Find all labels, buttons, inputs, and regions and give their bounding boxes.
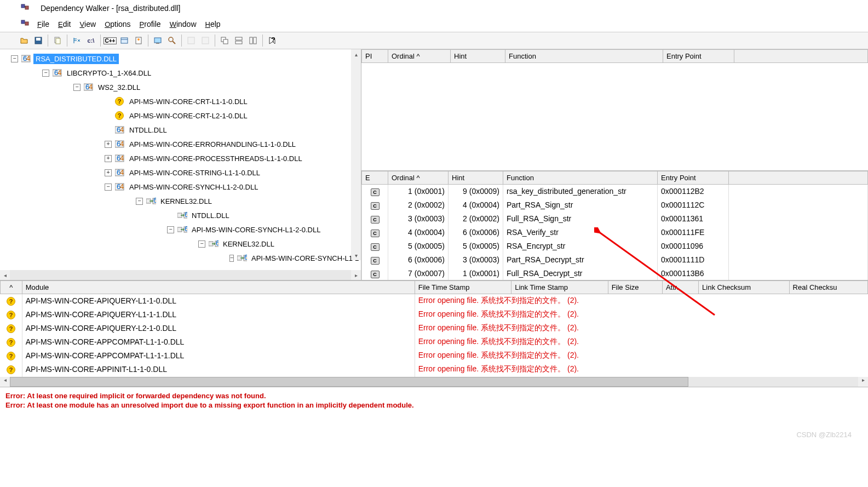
help-button[interactable]: ? xyxy=(266,34,279,47)
module-header-cell[interactable]: ^ xyxy=(1,281,22,294)
clear-log-button[interactable] xyxy=(199,34,212,47)
menu-help[interactable]: Help xyxy=(201,18,225,31)
module-hscrollbar[interactable]: ◂ ▸ xyxy=(0,377,868,387)
exports-header-cell[interactable]: Function xyxy=(503,171,658,185)
tree-node[interactable]: −64LIBCRYPTO-1_1-X64.DLL xyxy=(28,66,361,80)
menu-file[interactable]: File xyxy=(33,18,54,31)
imports-header-cell[interactable]: Entry Point xyxy=(663,50,734,63)
imports-header-cell[interactable]: Hint xyxy=(451,50,505,63)
module-error: Error opening file. 系统找不到指定的文件。 (2). xyxy=(415,363,867,376)
undecorate-button[interactable]: C++ xyxy=(104,34,117,47)
tree-node[interactable]: −64API-MS-WIN-CORE-SYNCH-L1-2- xyxy=(153,251,361,265)
tree-toggle[interactable]: + xyxy=(105,169,112,176)
exports-row[interactable]: C1 (0x0001)9 (0x0009)rsa_key_distributed… xyxy=(362,185,868,198)
svg-point-12 xyxy=(137,38,140,41)
imports-header-cell[interactable]: Function xyxy=(505,50,663,63)
tree-node[interactable]: ?API-MS-WIN-CORE-CRT-L1-1-0.DLL xyxy=(70,94,361,108)
module-header-cell[interactable]: File Size xyxy=(608,281,662,294)
tree-toggle[interactable]: − xyxy=(42,70,49,77)
tile-vertical-button[interactable] xyxy=(246,34,260,47)
copy-button[interactable] xyxy=(51,34,64,47)
exports-row[interactable]: C5 (0x0005)5 (0x0005)RSA_Encrypt_str0x00… xyxy=(362,239,868,253)
tree-hscrollbar[interactable]: ◂ ▸ xyxy=(0,270,361,280)
exports-header-cell[interactable]: Entry Point xyxy=(658,171,729,185)
title-bar: Dependency Walker - [rsa_distributed.dll… xyxy=(0,0,868,16)
module-header-cell[interactable]: File Time Stamp xyxy=(415,281,511,294)
view-module-button[interactable] xyxy=(118,34,131,47)
watermark: CSDN @Zlb2214 xyxy=(796,431,852,439)
forward-module-icon: 64 xyxy=(209,240,219,248)
tree-node[interactable]: −64API-MS-WIN-CORE-SYNCH-L1-2-0.DLL xyxy=(112,222,361,237)
exports-row[interactable]: C3 (0x0003)2 (0x0002)Full_RSA_Sign_str0x… xyxy=(362,212,868,226)
tree-node[interactable]: −64API-MS-WIN-CORE-SYNCH-L1-2-0.DLL xyxy=(70,180,361,194)
tree-toggle[interactable]: + xyxy=(105,155,112,162)
tree-toggle[interactable]: − xyxy=(105,184,112,191)
exports-row[interactable]: C2 (0x0002)4 (0x0004)Part_RSA_Sign_str0x… xyxy=(362,198,868,212)
svg-text:4: 4 xyxy=(156,197,156,204)
tree-node[interactable]: ?API-MS-WIN-CORE-CRT-L2-1-0.DLL xyxy=(70,108,361,123)
exports-header-cell[interactable]: E xyxy=(362,171,388,185)
tree-node[interactable]: 64NTDLL.DLL xyxy=(112,208,361,222)
module-header-cell[interactable]: Link Time Stamp xyxy=(511,281,608,294)
question-icon: ? xyxy=(7,324,15,333)
find-button[interactable] xyxy=(165,34,179,47)
module-name: API-MS-WIN-CORE-APIQUERY-L1-1-0.DLL xyxy=(22,294,415,308)
exports-header-cell[interactable]: Ordinal ^ xyxy=(388,171,449,185)
full-paths-button[interactable]: c:\ xyxy=(84,34,97,47)
tree-toggle[interactable]: − xyxy=(167,226,174,233)
svg-text:4: 4 xyxy=(89,83,93,91)
module-row[interactable]: ?API-MS-WIN-CORE-APPCOMPAT-L1-1-0.DLLErr… xyxy=(1,335,868,349)
module-row[interactable]: ?API-MS-WIN-CORE-APIQUERY-L1-1-0.DLLErro… xyxy=(1,294,868,308)
module-row[interactable]: ?API-MS-WIN-CORE-APPCOMPAT-L1-1-1.DLLErr… xyxy=(1,349,868,363)
svg-rect-20 xyxy=(223,39,228,44)
exports-header-cell[interactable]: Hint xyxy=(449,171,503,185)
open-button[interactable] xyxy=(18,34,31,47)
menu-edit[interactable]: Edit xyxy=(54,18,75,31)
auto-expand-button[interactable] xyxy=(70,34,83,47)
tree-toggle[interactable]: − xyxy=(136,198,143,205)
tree-toggle[interactable]: − xyxy=(198,240,205,248)
tree-vscrollbar[interactable]: ▴ ▾ xyxy=(351,49,361,260)
forward-module-icon: 64 xyxy=(177,211,187,219)
module-header-cell[interactable]: Attr. xyxy=(662,281,698,294)
imports-table[interactable]: PIOrdinal ^HintFunctionEntry Point xyxy=(361,49,868,63)
module-row[interactable]: ?API-MS-WIN-CORE-APIQUERY-L1-1-1.DLLErro… xyxy=(1,308,868,322)
cascade-button[interactable] xyxy=(218,34,231,47)
tree-node[interactable]: +64API-MS-WIN-CORE-PROCESSTHREADS-L1-1-0… xyxy=(70,151,361,165)
tree-node[interactable]: −64KERNEL32.DLL xyxy=(91,194,361,208)
module-row[interactable]: ?API-MS-WIN-CORE-APPINIT-L1-1-0.DLLError… xyxy=(1,363,868,376)
menu-window[interactable]: Window xyxy=(165,18,201,31)
tree-toggle[interactable]: − xyxy=(73,84,81,91)
module-header-cell[interactable]: Link Checksum xyxy=(699,281,789,294)
imports-header-cell[interactable]: PI xyxy=(362,50,388,63)
save-button[interactable] xyxy=(32,34,45,47)
tree-toggle[interactable]: − xyxy=(11,55,18,62)
tile-horizontal-button[interactable] xyxy=(232,34,245,47)
dependency-tree[interactable]: −64RSA_DISTRIBUTED.DLL−64LIBCRYPTO-1_1-X… xyxy=(0,49,361,270)
menu-profile[interactable]: Profile xyxy=(135,18,165,31)
tree-toggle[interactable]: + xyxy=(105,141,112,148)
tree-label: WS2_32.DLL xyxy=(96,82,142,93)
tree-toggle[interactable]: − xyxy=(229,255,234,262)
properties-button[interactable] xyxy=(132,34,145,47)
exports-row[interactable]: C6 (0x0006)3 (0x0003)Part_RSA_Decrypt_st… xyxy=(362,253,868,267)
imports-header-cell[interactable]: Ordinal ^ xyxy=(388,50,451,63)
tree-node[interactable]: −64RSA_DISTRIBUTED.DLL xyxy=(8,51,361,66)
exports-row[interactable]: C7 (0x0007)1 (0x0001)Full_RSA_Decrypt_st… xyxy=(362,267,868,280)
module-list-table[interactable]: ^ModuleFile Time StampLink Time StampFil… xyxy=(0,280,868,377)
configure-search-order-button[interactable] xyxy=(185,34,198,47)
tree-node[interactable]: +64API-MS-WIN-CORE-STRING-L1-1-0.DLL xyxy=(70,165,361,180)
tree-node[interactable]: 64NTDLL.DLL xyxy=(70,123,361,137)
menu-options[interactable]: Options xyxy=(100,18,135,31)
system-info-button[interactable] xyxy=(151,34,164,47)
module-header-cell[interactable]: Real Checksu xyxy=(789,281,867,294)
exports-row[interactable]: C4 (0x0004)6 (0x0006)RSA_Verify_str0x000… xyxy=(362,226,868,239)
module-header-cell[interactable]: Module xyxy=(22,281,415,294)
tree-node[interactable]: +64API-MS-WIN-CORE-ERRORHANDLING-L1-1-0.… xyxy=(70,137,361,151)
exports-table[interactable]: EOrdinal ^HintFunctionEntry Point C1 (0x… xyxy=(361,171,868,280)
svg-text:4: 4 xyxy=(120,140,124,148)
menu-view[interactable]: View xyxy=(75,18,100,31)
module-row[interactable]: ?API-MS-WIN-CORE-APIQUERY-L2-1-0.DLLErro… xyxy=(1,322,868,335)
tree-node[interactable]: −64KERNEL32.DLL xyxy=(133,237,361,251)
tree-node[interactable]: −64WS2_32.DLL xyxy=(49,80,361,94)
